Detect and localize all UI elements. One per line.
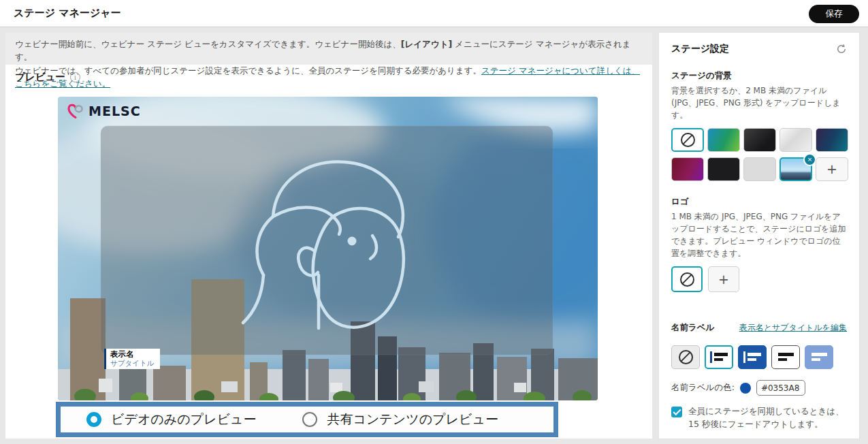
logo-description: 1 MB 未満の JPG、JPEG、PNG ファイルをアップロードすることで、ス…	[671, 210, 847, 259]
fadeout-label: 全員にステージを同期しているときは、15 秒後にフェードアウトします。	[688, 405, 847, 431]
save-button[interactable]: 保存	[809, 5, 859, 23]
edit-display-name-link[interactable]: 表示名とサブタイトルを編集	[739, 322, 847, 334]
refresh-icon[interactable]	[836, 44, 847, 54]
label-color-swatch[interactable]	[740, 383, 751, 394]
preview-mode-radiogroup: ビデオのみのプレビュー 共有コンテンツのプレビュー	[56, 402, 558, 437]
heart-logo-icon	[67, 102, 84, 120]
radio-shared-content-preview[interactable]: 共有コンテンツのプレビュー	[302, 411, 498, 428]
label-style-translucent-blue[interactable]	[805, 345, 833, 369]
no-label-icon	[679, 350, 693, 364]
background-option-charcoal[interactable]	[743, 128, 776, 152]
radio-selected-icon[interactable]	[86, 412, 101, 427]
label-style-none[interactable]	[671, 345, 700, 369]
background-option-city-photo[interactable]: ×	[779, 157, 812, 181]
sidebar-header: ステージ設定	[671, 43, 847, 55]
stage-manager-page: ステージ マネージャー 保存 ウェビナー開始前に、ウェビナー ステージ ビューを…	[0, 0, 868, 444]
plus-icon: +	[718, 273, 729, 286]
label-style-light-with-bar[interactable]	[705, 345, 733, 369]
preview-name-label[interactable]: 表示名 サブタイトル	[104, 349, 160, 369]
label-style-solid-blue[interactable]	[738, 345, 767, 369]
background-option-black[interactable]	[707, 157, 740, 181]
name-label-heading: 名前ラベル	[671, 322, 714, 334]
background-heading: ステージの背景	[671, 70, 847, 82]
no-background-icon	[681, 133, 695, 147]
fadeout-checkbox[interactable]	[671, 407, 682, 417]
main-panel: ウェビナー開始前に、ウェビナー ステージ ビューをカスタマイズできます。ウェビナ…	[5, 33, 652, 439]
name-label-style-options	[671, 345, 847, 369]
logo-heading: ロゴ	[671, 196, 847, 208]
notice-line2: ウェビナーでは、すべての参加者が同じステージ設定を表示できるように、全員のステー…	[15, 64, 643, 91]
label-style-preview	[743, 351, 762, 363]
label-style-light-plain[interactable]	[771, 345, 800, 369]
background-option-light-gray[interactable]	[743, 157, 776, 181]
notice-banner: ウェビナー開始前に、ウェビナー ステージ ビューをカスタマイズできます。ウェビナ…	[5, 33, 652, 65]
notice-line1: ウェビナー開始前に、ウェビナー ステージ ビューをカスタマイズできます。ウェビナ…	[15, 37, 643, 64]
fadeout-option-row: 全員にステージを同期しているときは、15 秒後にフェードアウトします。	[671, 405, 847, 431]
brand-name: MELSC	[89, 104, 141, 118]
brand-logo: MELSC	[67, 102, 141, 120]
radio-label: ビデオのみのプレビュー	[111, 411, 256, 428]
background-option-crimson-purple[interactable]	[671, 157, 704, 181]
name-label-color-row: 名前ラベルの色:	[671, 380, 847, 396]
info-icon[interactable]: i	[70, 72, 80, 82]
logo-options: +	[671, 266, 847, 292]
radio-label: 共有コンテンツのプレビュー	[327, 411, 498, 428]
label-style-preview	[710, 351, 728, 363]
preview-heading-row: プレビュー i	[15, 71, 80, 84]
background-options: × +	[671, 128, 847, 181]
preview-display-name: 表示名	[110, 350, 154, 359]
name-label-header: 名前ラベル 表示名とサブタイトルを編集	[671, 307, 847, 336]
remove-background-icon[interactable]: ×	[803, 153, 816, 166]
header: ステージ マネージャー 保存	[0, 0, 868, 27]
background-option-navy-teal[interactable]	[816, 128, 848, 152]
stage-preview[interactable]: MELSC 表示名 サブタイトル	[58, 97, 598, 400]
radio-video-only-preview[interactable]: ビデオのみのプレビュー	[86, 411, 256, 428]
no-logo-icon	[680, 272, 694, 287]
stage-settings-sidebar: ステージ設定 ステージの背景 背景を選択するか、2 MB 未満のファイル (JP…	[659, 33, 859, 439]
logo-option-add[interactable]: +	[708, 266, 739, 292]
label-style-preview	[777, 351, 795, 363]
sidebar-title: ステージ設定	[671, 43, 729, 55]
page-title: ステージ マネージャー	[14, 0, 121, 27]
label-style-preview	[810, 351, 829, 363]
background-description: 背景を選択するか、2 MB 未満のファイル (JPG、JPEG、PNG 形式) …	[671, 84, 847, 121]
background-option-teal-green[interactable]	[707, 128, 740, 152]
notice-bold: [レイアウト]	[401, 39, 452, 49]
radio-unselected-icon[interactable]	[302, 412, 317, 427]
background-option-none[interactable]	[671, 128, 704, 152]
label-color-caption: 名前ラベルの色:	[671, 382, 735, 394]
notice-text: ウェビナー開始前に、ウェビナー ステージ ビューをカスタマイズできます。ウェビナ…	[15, 39, 401, 49]
notice-text: ウェビナーでは、すべての参加者が同じステージ設定を表示できるように、全員のステー…	[15, 65, 481, 76]
preview-subtitle: サブタイトル	[110, 359, 154, 367]
preview-heading: プレビュー	[15, 71, 65, 84]
label-color-input[interactable]	[756, 380, 805, 396]
background-option-add[interactable]: +	[816, 157, 848, 181]
background-option-silver[interactable]	[779, 128, 812, 152]
plus-icon: +	[826, 163, 837, 176]
logo-option-none[interactable]	[671, 266, 703, 292]
